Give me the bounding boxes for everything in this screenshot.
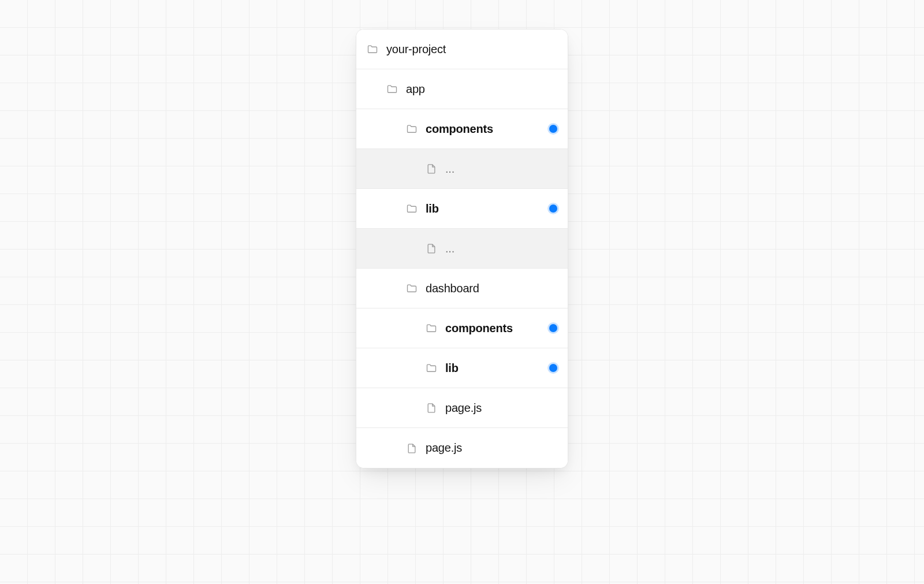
tree-item-dashboard[interactable]: dashboard: [356, 269, 568, 308]
status-dot-icon: [549, 204, 557, 213]
file-icon: [406, 442, 418, 454]
status-dot-icon: [549, 324, 557, 332]
status-dot-icon: [549, 364, 557, 372]
file-tree-panel: your-project app components ... lib: [356, 29, 568, 468]
tree-item-app-page[interactable]: page.js: [356, 428, 568, 468]
tree-item-label: lib: [426, 202, 542, 215]
tree-item-label: page.js: [445, 401, 557, 415]
tree-item-dashboard-page[interactable]: page.js: [356, 388, 568, 428]
tree-item-app-components[interactable]: components: [356, 109, 568, 149]
tree-item-app[interactable]: app: [356, 69, 568, 109]
tree-item-app-lib[interactable]: lib: [356, 189, 568, 229]
tree-item-dashboard-lib[interactable]: lib: [356, 348, 568, 388]
tree-item-label: ...: [445, 242, 557, 255]
tree-item-label: components: [426, 122, 542, 136]
tree-item-label: your-project: [386, 43, 557, 56]
status-dot-icon: [549, 125, 557, 133]
tree-item-label: dashboard: [426, 282, 557, 295]
folder-icon: [406, 282, 418, 294]
file-icon: [426, 243, 437, 254]
tree-item-label: lib: [445, 362, 542, 375]
folder-icon: [386, 83, 398, 95]
tree-item-label: components: [445, 322, 542, 335]
tree-item-label: app: [406, 83, 557, 96]
tree-item-label: page.js: [426, 441, 557, 455]
tree-item-root[interactable]: your-project: [356, 29, 568, 69]
file-icon: [426, 163, 437, 174]
tree-item-app-components-more[interactable]: ...: [356, 149, 568, 189]
tree-item-dashboard-components[interactable]: components: [356, 308, 568, 348]
folder-icon: [406, 123, 418, 135]
tree-item-app-lib-more[interactable]: ...: [356, 229, 568, 269]
folder-icon: [426, 322, 437, 334]
folder-icon: [426, 362, 437, 374]
folder-icon: [406, 203, 418, 214]
tree-item-label: ...: [445, 162, 557, 176]
file-icon: [426, 402, 437, 414]
folder-icon: [367, 43, 378, 55]
